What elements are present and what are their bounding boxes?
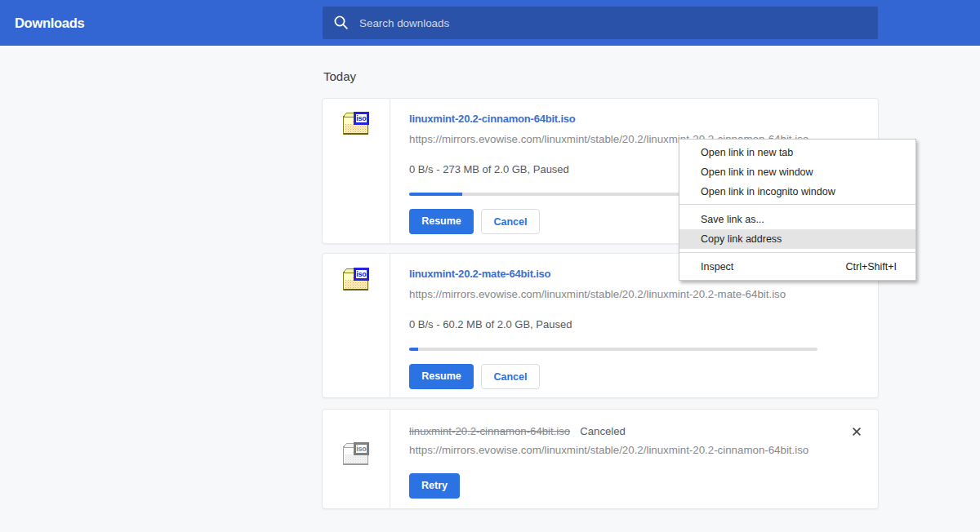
svg-text:iso: iso: [356, 114, 367, 122]
svg-text:iso: iso: [356, 270, 367, 278]
svg-text:iso: iso: [356, 445, 367, 453]
